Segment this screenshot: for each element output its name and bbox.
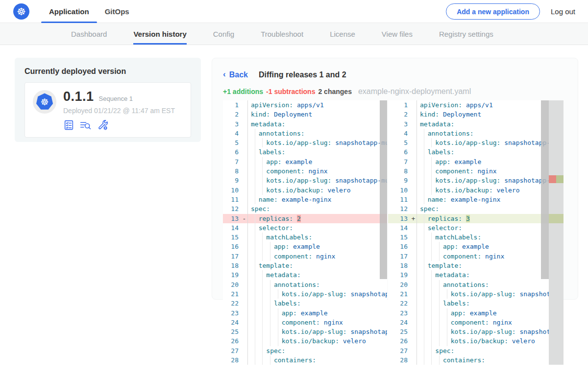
diff-marker [241, 110, 247, 119]
indent-guide [255, 318, 255, 327]
indent-guide [262, 252, 263, 261]
subnav-tab-dashboard[interactable]: Dashboard [71, 23, 107, 45]
code-text: selector: [247, 223, 387, 233]
back-button[interactable]: ‹ Back [223, 70, 248, 80]
code-line: 2kind: Deployment [388, 110, 564, 119]
indent-guide [255, 252, 255, 261]
indent-guide [424, 233, 424, 242]
code-line: 22labels: [388, 299, 564, 308]
add-application-button[interactable]: Add a new application [446, 3, 540, 20]
indent-guide [431, 346, 432, 355]
diff-marker [410, 176, 416, 185]
code-line: 10kots.io/backup: velero [223, 186, 387, 195]
code-text: app: example [247, 157, 387, 166]
subnav-tab-troubleshoot[interactable]: Troubleshoot [261, 23, 303, 45]
subnav-tab-version-history[interactable]: Version history [133, 23, 186, 45]
code-line: 8component: nginx [223, 166, 387, 176]
nav-tab-application[interactable]: Application [41, 0, 97, 23]
line-number: 2 [223, 110, 241, 119]
indent-guide [278, 308, 278, 318]
line-number: 27 [388, 346, 410, 355]
indent-guide [262, 166, 263, 176]
code-text: app: example [416, 308, 564, 318]
indent-guide [262, 157, 263, 166]
diff-marker [241, 233, 247, 242]
diff-marker [241, 195, 247, 204]
indent-guide [270, 318, 270, 327]
diff-marker [410, 138, 416, 147]
indent-guide [262, 318, 263, 327]
logout-button[interactable]: Log out [551, 7, 575, 16]
indent-guide [262, 299, 263, 308]
indent-guide [431, 299, 432, 308]
code-text: component: nginx [247, 318, 387, 327]
line-number: 19 [223, 270, 241, 280]
line-number: 4 [388, 129, 410, 138]
diff-marker [410, 346, 416, 355]
indent-guide [278, 327, 278, 336]
indent-guide [270, 280, 270, 289]
line-number: 24 [388, 318, 410, 327]
code-line: 4annotations: [223, 129, 387, 138]
code-line: 16app: example [388, 242, 564, 251]
diff-marker [241, 299, 247, 308]
indent-guide [255, 157, 255, 166]
line-number: 25 [223, 327, 241, 336]
code-text: spec: [247, 204, 387, 213]
diff-marker [241, 308, 247, 318]
code-text: component: nginx [247, 166, 387, 176]
diff-marker [410, 204, 416, 213]
subnav-tab-view-files[interactable]: View files [382, 23, 413, 45]
code-text: app: example [247, 308, 387, 318]
indent-guide [431, 242, 432, 251]
top-header: ☸ ApplicationGitOps Add a new applicatio… [0, 0, 588, 23]
code-line: 1apiVersion: apps/v1 [388, 100, 564, 110]
diff-marker [241, 166, 247, 176]
line-number: 8 [223, 166, 241, 176]
code-line: 11name: example-nginx [388, 195, 564, 204]
config-tools-icon[interactable] [97, 119, 109, 131]
diff-pane-right[interactable]: 1apiVersion: apps/v12kind: Deployment3me… [388, 100, 564, 365]
line-number: 10 [223, 186, 241, 195]
indent-guide [270, 299, 270, 308]
indent-guide [424, 147, 424, 157]
code-line: 4annotations: [388, 129, 564, 138]
left-pane-scrollbar[interactable] [380, 100, 387, 279]
indent-guide [262, 355, 263, 365]
code-line: 15matchLabels: [388, 233, 564, 242]
line-number: 9 [388, 176, 410, 185]
diff-marker [410, 308, 416, 318]
nav-tab-gitops[interactable]: GitOps [97, 0, 137, 23]
code-line: 19metadata: [223, 270, 387, 280]
checklist-icon[interactable] [63, 119, 74, 131]
diff-pane-left[interactable]: 1apiVersion: apps/v12kind: Deployment3me… [223, 100, 387, 365]
subnav-tab-registry-settings[interactable]: Registry settings [439, 23, 493, 45]
code-line: 20annotations: [388, 280, 564, 289]
indent-guide [431, 186, 432, 195]
diff-marker [410, 280, 416, 289]
changes-count: 2 changes [318, 88, 351, 95]
line-number: 7 [223, 157, 241, 166]
indent-guide [255, 346, 255, 355]
indent-guide [431, 233, 432, 242]
code-line: 28containers: [388, 355, 564, 365]
subnav-tab-license[interactable]: License [330, 23, 355, 45]
code-text: template: [247, 261, 387, 270]
indent-guide [424, 299, 424, 308]
line-number: 21 [223, 289, 241, 299]
subnav-tab-config[interactable]: Config [213, 23, 234, 45]
diff-marker [241, 280, 247, 289]
indent-guide [424, 336, 424, 346]
right-pane-scrollbar[interactable] [541, 100, 549, 279]
release-notes-search-icon[interactable] [79, 119, 92, 131]
overview-ruler [549, 100, 564, 365]
indent-guide [439, 327, 440, 336]
code-text: kots.io/backup: velero [247, 186, 387, 195]
diff-marker [410, 355, 416, 365]
indent-guide [255, 355, 255, 365]
code-line: 7app: example [388, 157, 564, 166]
diff-marker [241, 186, 247, 195]
line-number: 24 [223, 318, 241, 327]
code-text: annotations: [416, 280, 564, 289]
diff-marker [410, 157, 416, 166]
